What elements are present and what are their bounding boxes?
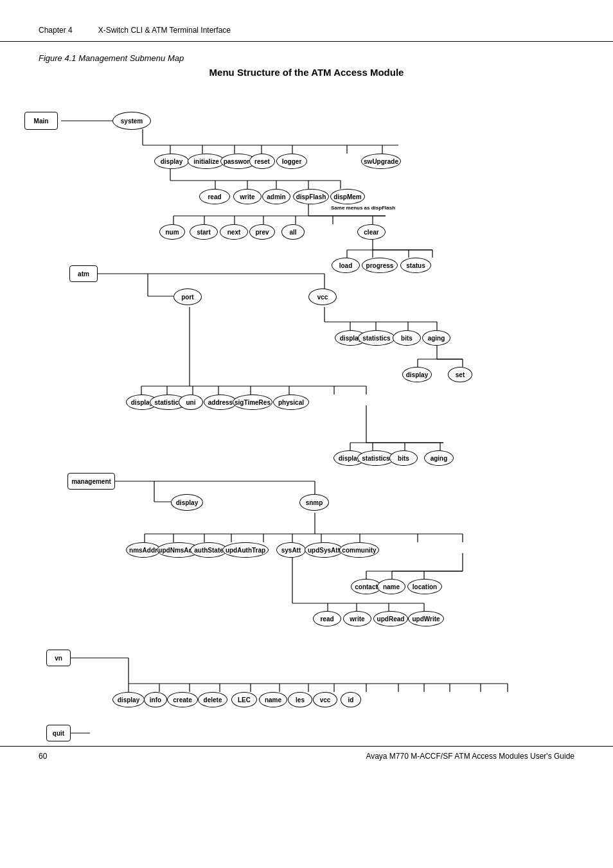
diagram-area: Main system display initialize password … [0, 84, 613, 759]
write-comm-node: write [343, 611, 371, 626]
page-header: Chapter 4 X-Switch CLI & ATM Terminal In… [0, 0, 613, 42]
management-node: management [67, 473, 115, 490]
display1-node: display [154, 154, 189, 169]
updSysAtt-node: updSysAtt [305, 542, 343, 558]
start-node: start [190, 224, 218, 240]
figure-caption: Figure 4.1 Management Submenu Map [0, 42, 613, 67]
create-vn-node: create [167, 692, 198, 707]
LEC-node: LEC [231, 692, 257, 707]
doc-title: Avaya M770 M-ACCF/SF ATM Access Modules … [366, 752, 574, 761]
les-node: les [288, 692, 312, 707]
updAuthTrap-node: updAuthTrap [222, 542, 269, 558]
connector-lines [0, 84, 613, 759]
port-node: port [173, 288, 202, 305]
snmp-node: snmp [299, 494, 329, 511]
page-footer: 60 Avaya M770 M-ACCF/SF ATM Access Modul… [0, 746, 613, 761]
bits-vcc-node: bits [393, 330, 421, 346]
name-comm-node: name [377, 579, 405, 594]
aging-phys-node: aging [424, 450, 454, 466]
all-node: all [281, 224, 305, 240]
uni-node: uni [179, 394, 203, 410]
vcc-vn-node: vcc [313, 692, 337, 707]
progress-node: progress [362, 258, 398, 273]
reset-node: reset [249, 154, 275, 169]
read-comm-node: read [313, 611, 341, 626]
name-vn-node: name [259, 692, 287, 707]
delete-vn-node: delete [198, 692, 227, 707]
display-aging-node: display [402, 367, 432, 382]
location-node: location [407, 579, 442, 594]
next-node: next [220, 224, 248, 240]
main-node: Main [24, 112, 58, 130]
bits-phys-node: bits [389, 450, 418, 466]
sysAtt-node: sysAtt [276, 542, 306, 558]
prev-node: prev [249, 224, 275, 240]
clear-node: clear [357, 224, 386, 240]
display-vn-node: display [112, 692, 145, 707]
vn-node: vn [46, 650, 71, 666]
atm-node: atm [69, 265, 98, 282]
quit-node: quit [46, 725, 71, 741]
num-node: num [159, 224, 185, 240]
community-node: community [339, 542, 379, 558]
sigTimeRes-node: sigTimeRes [233, 394, 272, 410]
logger-node: logger [276, 154, 307, 169]
page-number: 60 [39, 752, 47, 761]
nmsAddr-node: nmsAddr [126, 542, 161, 558]
figure-title: Menu Structure of the ATM Access Module [0, 67, 613, 84]
system-node: system [112, 112, 151, 130]
chapter-label: Chapter 4 [39, 26, 73, 35]
page-title: X-Switch CLI & ATM Terminal Interface [98, 26, 231, 35]
info-vn-node: info [144, 692, 167, 707]
set-aging-node: set [448, 367, 472, 382]
page: Chapter 4 X-Switch CLI & ATM Terminal In… [0, 0, 613, 868]
vcc-node: vcc [308, 288, 337, 305]
load-node: load [332, 258, 360, 273]
same-note: Same menus as dispFlash [331, 205, 395, 211]
id-vn-node: id [341, 692, 361, 707]
admin-node: admin [262, 189, 290, 204]
updRead-node: updRead [373, 611, 408, 626]
read1-node: read [199, 189, 230, 204]
aging-vcc-node: aging [422, 330, 450, 346]
physical-node: physical [273, 394, 309, 410]
display-mgmt-node: display [171, 494, 203, 511]
write1-node: write [233, 189, 262, 204]
initialize-node: initialize [188, 154, 225, 169]
updWrite-node: updWrite [408, 611, 444, 626]
statistics-vcc-node: statistics [358, 330, 395, 346]
dispMem-node: dispMem [330, 189, 365, 204]
swUpgrade-node: swUpgrade [361, 154, 401, 169]
dispFlash-node: dispFlash [293, 189, 329, 204]
status-node: status [400, 258, 431, 273]
